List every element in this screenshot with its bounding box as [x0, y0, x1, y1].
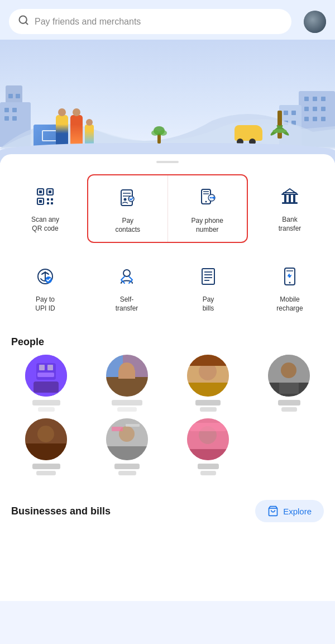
person-name-line2-7 — [200, 471, 216, 475]
svg-point-42 — [289, 282, 291, 284]
drag-handle — [156, 161, 179, 163]
self-transfer-icon — [112, 262, 141, 291]
pay-contacts-label: Paycontacts — [115, 217, 140, 234]
svg-rect-47 — [47, 365, 53, 370]
svg-rect-28 — [289, 194, 291, 202]
svg-rect-72 — [106, 446, 148, 460]
action-pay-bills[interactable]: Paybills — [168, 254, 249, 321]
search-bar[interactable]: Pay friends and merchants — [9, 9, 291, 34]
hero-illustration — [0, 40, 335, 163]
scan-qr-label: Scan anyQR code — [31, 216, 59, 233]
pay-phone-label: Pay phonenumber — [192, 217, 223, 234]
svg-rect-35 — [202, 269, 214, 284]
highlight-box: Paycontacts — [87, 174, 248, 243]
avatar[interactable] — [304, 11, 326, 33]
svg-rect-31 — [283, 192, 296, 193]
bills-icon — [194, 262, 223, 291]
person-name-2 — [112, 400, 142, 406]
pay-phone-icon — [193, 183, 222, 212]
search-icon — [18, 15, 29, 28]
person-item-7[interactable] — [171, 418, 245, 475]
upi-icon — [31, 262, 60, 291]
person-name-line2-6 — [118, 471, 136, 475]
svg-rect-74 — [112, 427, 123, 431]
action-pay-phone[interactable]: Pay phonenumber — [168, 175, 247, 242]
palm-tree — [277, 111, 282, 147]
svg-point-64 — [281, 362, 296, 378]
person-avatar-1 — [25, 355, 67, 397]
person-item-5[interactable] — [9, 418, 83, 475]
svg-rect-27 — [284, 194, 286, 202]
svg-rect-46 — [39, 365, 45, 370]
svg-point-20 — [128, 196, 134, 202]
svg-rect-12 — [47, 198, 49, 201]
explore-button[interactable]: Explore — [255, 500, 324, 522]
figures — [56, 115, 94, 146]
action-bank-transfer[interactable]: Banktransfer — [249, 174, 331, 243]
svg-rect-9 — [49, 190, 51, 193]
svg-point-19 — [123, 198, 126, 201]
svg-rect-29 — [293, 194, 295, 202]
figure-child — [85, 125, 94, 146]
svg-rect-13 — [51, 198, 53, 201]
businesses-section-header: Businesses and bills — [11, 505, 111, 517]
svg-rect-68 — [25, 443, 67, 460]
person-name-3 — [195, 400, 221, 406]
svg-point-4 — [151, 130, 159, 136]
action-pay-upi[interactable]: Pay toUPI ID — [4, 254, 86, 321]
svg-point-24 — [205, 201, 207, 203]
person-avatar-2 — [106, 355, 148, 397]
svg-rect-14 — [47, 202, 49, 204]
plant — [151, 125, 168, 147]
auto-rickshaw — [234, 125, 262, 145]
shopping-bag-icon — [267, 505, 279, 517]
person-avatar-5 — [25, 418, 67, 460]
bank-icon — [275, 182, 304, 211]
svg-rect-7 — [39, 190, 42, 193]
svg-point-69 — [37, 426, 54, 442]
person-avatar-6 — [106, 418, 148, 460]
svg-rect-48 — [37, 373, 54, 377]
mobile-recharge-icon — [275, 262, 304, 291]
people-section-header: People — [0, 332, 335, 355]
person-avatar-7 — [187, 418, 229, 460]
action-pay-contacts[interactable]: Paycontacts — [88, 175, 168, 242]
mobile-recharge-label: Mobilerecharge — [276, 295, 303, 313]
main-card: Scan anyQR code Paycontacts — [0, 154, 335, 601]
svg-rect-80 — [190, 423, 226, 431]
action-self-transfer[interactable]: Self-transfer — [86, 254, 168, 321]
person-name-line2-1 — [38, 407, 55, 412]
header: Pay friends and merchants — [0, 0, 335, 40]
svg-rect-30 — [282, 202, 298, 204]
explore-label: Explore — [283, 507, 312, 516]
pay-bills-label: Paybills — [203, 295, 214, 313]
svg-point-34 — [123, 270, 130, 276]
svg-rect-55 — [118, 370, 135, 379]
actions-row-2: Pay toUPI ID Self-transfer — [0, 254, 335, 332]
person-item-4[interactable] — [252, 355, 326, 412]
businesses-bar: Businesses and bills Explore — [0, 491, 335, 531]
person-name-line2-2 — [117, 407, 137, 412]
person-item-6[interactable] — [90, 418, 164, 475]
svg-rect-15 — [51, 202, 53, 204]
search-placeholder-text: Pay friends and merchants — [35, 17, 283, 27]
bank-transfer-label: Banktransfer — [279, 216, 302, 233]
svg-rect-75 — [126, 424, 140, 427]
person-name-5 — [32, 464, 60, 469]
qr-icon — [31, 182, 60, 211]
person-name-line2-4 — [281, 407, 297, 412]
person-name-7 — [198, 464, 219, 469]
person-item-3[interactable] — [171, 355, 245, 412]
person-item-2[interactable] — [90, 355, 164, 412]
person-name-1 — [32, 400, 60, 406]
action-mobile-recharge[interactable]: Mobilerecharge — [249, 254, 331, 321]
person-name-6 — [114, 464, 140, 469]
person-name-line2-3 — [200, 407, 217, 412]
svg-marker-26 — [282, 189, 298, 194]
person-item-1[interactable] — [9, 355, 83, 412]
action-scan-qr[interactable]: Scan anyQR code — [4, 174, 86, 243]
person-avatar-4 — [268, 355, 310, 397]
svg-rect-78 — [187, 449, 229, 460]
person-name-line2-5 — [36, 471, 56, 475]
people-grid — [0, 355, 335, 486]
